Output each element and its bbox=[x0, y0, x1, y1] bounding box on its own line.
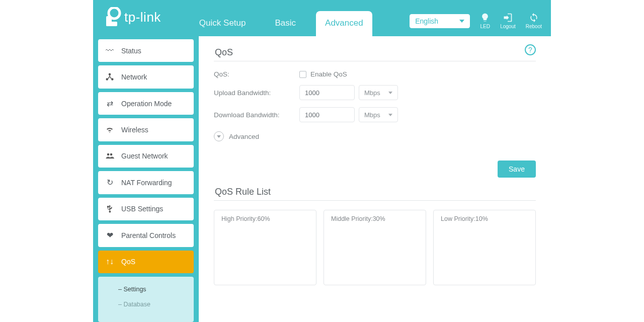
qos-icon: ↑↓ bbox=[105, 257, 114, 266]
rule-card-middle[interactable]: Middle Priority:30% bbox=[324, 210, 426, 285]
divider bbox=[214, 61, 536, 61]
logout-button[interactable]: Logout bbox=[500, 13, 516, 29]
rule-card-high[interactable]: High Priority:60% bbox=[214, 210, 316, 285]
tab-basic[interactable]: Basic bbox=[266, 11, 305, 36]
header-right: English LED Logout Reboot bbox=[410, 13, 542, 29]
brand-text: tp-link bbox=[124, 10, 161, 25]
usb-icon bbox=[105, 204, 114, 213]
logout-icon bbox=[503, 13, 513, 23]
sidebar-item-guest-network[interactable]: Guest Network bbox=[98, 145, 194, 168]
wireless-icon bbox=[105, 125, 114, 134]
chevron-circle-down-icon bbox=[214, 131, 224, 141]
chevron-down-icon bbox=[388, 114, 392, 116]
enable-qos-label: Enable QoS bbox=[310, 70, 347, 78]
sidebar-item-operation-mode[interactable]: ⇄ Operation Mode bbox=[98, 92, 194, 115]
help-button[interactable]: ? bbox=[525, 44, 536, 55]
download-unit-select[interactable]: Mbps bbox=[359, 107, 398, 122]
chevron-down-icon bbox=[459, 20, 464, 23]
language-value: English bbox=[415, 17, 438, 25]
sidebar-item-status[interactable]: 〰 Status bbox=[98, 39, 194, 62]
rule-list-title: QoS Rule List bbox=[215, 187, 536, 197]
svg-point-3 bbox=[109, 73, 111, 76]
tplink-logo-icon bbox=[104, 7, 121, 27]
svg-point-7 bbox=[110, 153, 113, 156]
led-icon bbox=[480, 13, 490, 23]
upload-bandwidth-label: Upload Bandwidth: bbox=[214, 89, 299, 97]
content: ? QoS QoS: Enable QoS Upload Bandwidth: … bbox=[199, 36, 551, 322]
sidebar-item-nat-forwarding[interactable]: ↻ NAT Forwarding bbox=[98, 171, 194, 194]
download-bandwidth-label: Download Bandwidth: bbox=[214, 111, 299, 119]
language-select[interactable]: English bbox=[410, 14, 470, 28]
tab-advanced[interactable]: Advanced bbox=[316, 11, 372, 36]
sidebar-item-qos[interactable]: ↑↓ QoS bbox=[98, 251, 194, 273]
upload-bandwidth-input[interactable] bbox=[299, 85, 355, 100]
top-tabs: Quick Setup Basic Advanced bbox=[190, 11, 372, 36]
guest-network-icon bbox=[105, 151, 114, 160]
qos-title: QoS bbox=[215, 47, 536, 58]
chevron-down-icon bbox=[388, 92, 392, 94]
header: tp-link Quick Setup Basic Advanced Engli… bbox=[93, 0, 551, 36]
svg-rect-2 bbox=[106, 22, 117, 26]
reboot-icon bbox=[529, 13, 539, 23]
enable-qos-checkbox[interactable] bbox=[299, 71, 306, 78]
rule-card-low[interactable]: Low Priority:10% bbox=[433, 210, 536, 285]
tab-quick-setup[interactable]: Quick Setup bbox=[190, 11, 255, 36]
svg-point-6 bbox=[107, 153, 110, 156]
brand-logo: tp-link bbox=[104, 7, 161, 27]
sidebar-sub-database[interactable]: Database bbox=[98, 297, 194, 312]
operation-mode-icon: ⇄ bbox=[105, 99, 114, 108]
qos-label: QoS: bbox=[214, 70, 299, 78]
download-bandwidth-input[interactable] bbox=[299, 107, 355, 122]
nat-forwarding-icon: ↻ bbox=[105, 178, 114, 187]
sidebar-item-wireless[interactable]: Wireless bbox=[98, 118, 194, 141]
divider bbox=[214, 200, 536, 201]
network-icon bbox=[105, 72, 114, 82]
sidebar-item-parental-controls[interactable]: ❤ Parental Controls bbox=[98, 224, 194, 247]
sidebar: 〰 Status Network ⇄ Operation Mode Wirele… bbox=[93, 36, 199, 322]
sidebar-submenu: Settings Database bbox=[98, 277, 194, 322]
qos-rule-list: High Priority:60% Middle Priority:30% Lo… bbox=[214, 210, 536, 285]
advanced-toggle[interactable]: Advanced bbox=[214, 131, 536, 141]
reboot-button[interactable]: Reboot bbox=[526, 13, 542, 29]
led-button[interactable]: LED bbox=[480, 13, 490, 29]
sidebar-sub-settings[interactable]: Settings bbox=[98, 282, 194, 297]
save-button[interactable]: Save bbox=[498, 160, 536, 178]
sidebar-item-usb-settings[interactable]: USB Settings bbox=[98, 198, 194, 220]
upload-unit-select[interactable]: Mbps bbox=[359, 85, 398, 100]
status-icon: 〰 bbox=[105, 46, 114, 55]
parental-controls-icon: ❤ bbox=[105, 230, 114, 240]
sidebar-item-network[interactable]: Network bbox=[98, 65, 194, 88]
